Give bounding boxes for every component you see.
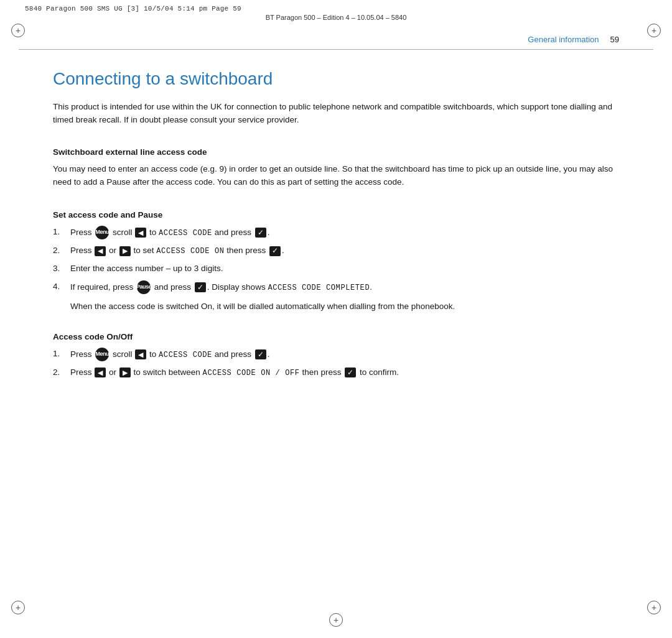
arrow-left-icon: ◀	[95, 246, 106, 256]
page-number: 59	[610, 35, 619, 44]
main-heading: Connecting to a switchboard	[53, 68, 619, 90]
list-item: 2. Press ◀ or ▶ to set ACCESS CODE ON th…	[53, 244, 619, 257]
subsection-access-code-onoff: Access code On/Off 1. Press Menu scroll …	[53, 332, 619, 379]
list-item: 1. Press Menu scroll ◀ to ACCESS CODE an…	[53, 348, 619, 361]
subsection-switchboard-external: Switchboard external line access code Yo…	[53, 147, 619, 189]
scroll-left-icon: ◀	[135, 228, 146, 238]
reg-mark-top-right	[647, 24, 661, 37]
sub-heading-access-onoff: Access code On/Off	[53, 332, 619, 341]
reg-mark-top-left	[11, 24, 25, 37]
arrow-left-icon-2: ◀	[95, 368, 106, 377]
subsection-set-access-code: Set access code and Pause 1. Press Menu …	[53, 210, 619, 313]
set-access-steps: 1. Press Menu scroll ◀ to ACCESS CODE an…	[53, 226, 619, 294]
page-header: 5840 Paragon 500 SMS UG [3] 10/5/04 5:14…	[0, 0, 672, 24]
switchboard-body-text: You may need to enter an access code (e.…	[53, 163, 619, 189]
list-item: 4. If required, press Pause and press ✓.…	[53, 280, 619, 294]
menu-button: Menu	[95, 226, 109, 239]
confirm-icon-3: ✓	[195, 282, 206, 292]
menu-button-2: Menu	[95, 348, 109, 361]
confirm-icon: ✓	[255, 228, 266, 238]
intro-paragraph: This product is intended for use within …	[53, 101, 619, 127]
list-item: 2. Press ◀ or ▶ to switch between ACCESS…	[53, 366, 619, 379]
sub-heading-switchboard: Switchboard external line access code	[53, 147, 619, 157]
arrow-right-icon: ▶	[119, 246, 131, 256]
reg-mark-bottom-left	[11, 601, 25, 614]
confirm-icon-2: ✓	[269, 246, 281, 256]
list-item: 1. Press Menu scroll ◀ to ACCESS CODE an…	[53, 226, 619, 239]
header-top-line: 5840 Paragon 500 SMS UG [3] 10/5/04 5:14…	[25, 5, 647, 12]
access-onoff-steps: 1. Press Menu scroll ◀ to ACCESS CODE an…	[53, 348, 619, 379]
reg-mark-bottom-center	[329, 613, 343, 627]
main-content: Connecting to a switchboard This product…	[0, 50, 672, 404]
header-file-info: 5840 Paragon 500 SMS UG [3] 10/5/04 5:14…	[25, 5, 241, 12]
reg-mark-bottom-right	[647, 601, 661, 614]
sub-heading-set-access: Set access code and Pause	[53, 210, 619, 220]
after-steps-text: When the access code is switched On, it …	[70, 300, 619, 313]
scroll-left-icon-2: ◀	[135, 349, 146, 359]
list-item: 3. Enter the access number – up to 3 dig…	[53, 262, 619, 275]
page-container: 5840 Paragon 500 SMS UG [3] 10/5/04 5:14…	[0, 0, 672, 638]
confirm-icon-4: ✓	[255, 349, 266, 359]
confirm-icon-5: ✓	[345, 368, 356, 377]
pause-button: Pause	[137, 280, 151, 294]
header-subtitle: BT Paragon 500 – Edition 4 – 10.05.04 – …	[25, 14, 647, 21]
section-header: General information 59	[19, 24, 653, 50]
arrow-right-icon-2: ▶	[119, 368, 131, 377]
section-title: General information	[528, 35, 599, 44]
